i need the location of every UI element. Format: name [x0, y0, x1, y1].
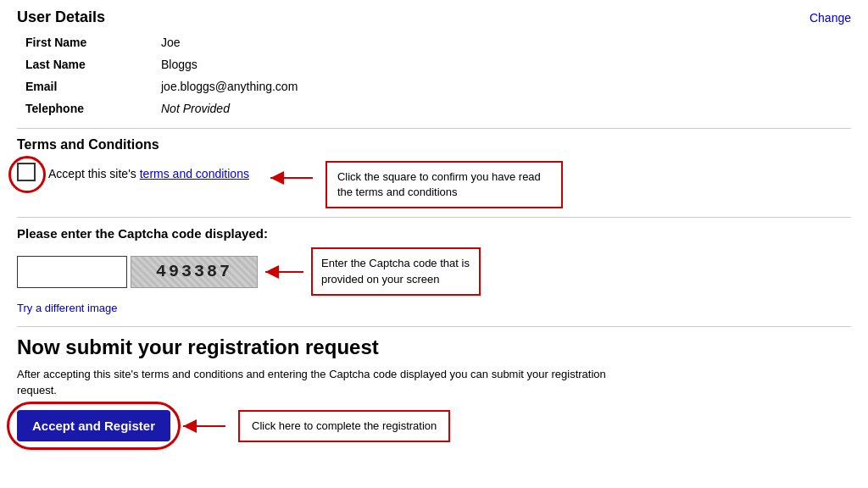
terms-label: I Accept this site's terms and condition… — [42, 167, 249, 180]
captcha-section: Please enter the Captcha code displayed:… — [17, 226, 851, 313]
first-name-label: First Name — [17, 31, 153, 53]
try-different: Try a different image — [17, 301, 481, 314]
section-title: User Details — [17, 8, 105, 26]
submit-tooltip: Click here to complete the registration — [238, 410, 450, 442]
terms-tooltip: Click the square to confirm you have rea… — [326, 161, 563, 208]
divider — [17, 128, 851, 129]
table-row: Last Name Bloggs — [17, 53, 851, 75]
terms-checkbox-wrapper — [17, 163, 36, 184]
submit-description: After accepting this site's terms and co… — [17, 366, 610, 399]
captcha-tooltip: Enter the Captcha code that is provided … — [311, 247, 481, 295]
submit-section: Now submit your registration request Aft… — [17, 336, 851, 443]
telephone-label: Telephone — [17, 97, 153, 119]
user-details-table: First Name Joe Last Name Bloggs Email jo… — [17, 31, 851, 119]
table-row: Telephone Not Provided — [17, 97, 851, 119]
terms-link[interactable]: terms and conditions — [140, 167, 249, 180]
change-link[interactable]: Change — [810, 11, 851, 25]
table-row: Email joe.bloggs@anything.com — [17, 75, 851, 97]
table-row: First Name Joe — [17, 31, 851, 53]
email-value: joe.bloggs@anything.com — [153, 75, 851, 97]
terms-section: Terms and Conditions I Accept this site'… — [17, 137, 851, 208]
divider-2 — [17, 217, 851, 218]
captcha-title: Please enter the Captcha code displayed: — [17, 226, 851, 241]
terms-checkbox[interactable] — [17, 163, 36, 181]
try-different-link[interactable]: Try a different image — [17, 302, 118, 314]
telephone-value: Not Provided — [153, 97, 851, 119]
captcha-row: 493387 Enter the Captcha code that is pr… — [17, 247, 481, 295]
terms-arrow — [266, 161, 317, 203]
captcha-input[interactable] — [17, 256, 127, 288]
submit-title: Now submit your registration request — [17, 336, 851, 359]
first-name-value: Joe — [153, 31, 851, 53]
email-label: Email — [17, 75, 153, 97]
last-name-value: Bloggs — [153, 53, 851, 75]
user-details-header: User Details Change — [17, 8, 851, 31]
accept-button-wrapper: Accept and Register — [17, 410, 170, 441]
accept-register-button[interactable]: Accept and Register — [17, 410, 170, 441]
submit-row: Accept and Register Click here to comple… — [17, 409, 851, 443]
last-name-label: Last Name — [17, 53, 153, 75]
captcha-arrow — [261, 255, 308, 289]
divider-3 — [17, 326, 851, 327]
terms-title: Terms and Conditions — [17, 137, 851, 152]
captcha-image: 493387 — [131, 256, 258, 288]
submit-arrow — [179, 409, 230, 443]
